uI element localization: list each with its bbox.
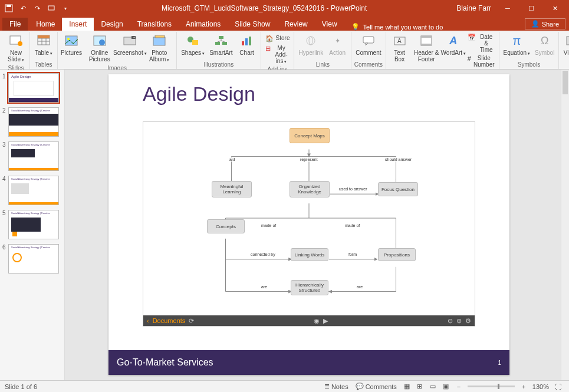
action-button[interactable]: ✦Action	[325, 32, 349, 57]
equation-button[interactable]: πEquation	[501, 32, 532, 58]
online-pictures-button[interactable]: Online Pictures	[83, 32, 116, 64]
store-button[interactable]: 🏠Store	[263, 34, 292, 43]
minimize-button[interactable]: ─	[496, 0, 519, 17]
lucid-breadcrumb[interactable]: Documents	[153, 317, 186, 324]
node-concepts[interactable]: Concepts	[207, 219, 245, 233]
normal-view-button[interactable]: ▦	[400, 383, 413, 390]
fit-to-window-button[interactable]: ⛶	[551, 383, 564, 390]
tab-file[interactable]: File	[2, 18, 28, 31]
notes-label: Notes	[331, 383, 348, 390]
hyperlink-button[interactable]: Hyperlink	[296, 32, 325, 57]
back-icon[interactable]: ‹	[147, 317, 149, 324]
settings-icon[interactable]: ⚙	[465, 317, 471, 325]
qat-dropdown[interactable]: ▾	[59, 2, 72, 15]
edge-used-to-answer: used to answer	[338, 187, 368, 191]
tab-transitions[interactable]: Transitions	[130, 18, 179, 31]
node-meaningful-learning[interactable]: Meaningful Learning	[212, 181, 252, 197]
tab-review[interactable]: Review	[277, 18, 314, 31]
refresh-icon[interactable]: ⟳	[189, 317, 194, 325]
zoom-out-icon[interactable]: ⊖	[448, 317, 453, 325]
edge-represent: represent	[299, 157, 319, 162]
zoom-in-button[interactable]: +	[517, 383, 530, 390]
undo-button[interactable]: ↶	[17, 2, 29, 15]
slide-number-button[interactable]: #Slide Number	[465, 54, 497, 68]
text-box-label: Text Box	[390, 50, 409, 62]
slideshow-view-button[interactable]: ▣	[439, 383, 452, 390]
node-organized-knowledge[interactable]: Organized Knowledge	[290, 181, 330, 197]
tab-insert[interactable]: Insert	[62, 18, 94, 31]
user-name[interactable]: Blaine Farr	[456, 4, 491, 12]
svg-rect-38	[421, 36, 432, 38]
scrollbar-thumb[interactable]	[563, 71, 568, 94]
new-slide-button[interactable]: New Slide	[4, 32, 28, 64]
slide-thumb-6[interactable]: Social Advertising Strategy | Creative	[8, 244, 59, 274]
start-from-beginning-button[interactable]	[45, 2, 58, 15]
slide-thumb-2[interactable]: Social Advertising Strategy | Creative	[8, 107, 59, 137]
header-footer-button[interactable]: Header & Footer	[412, 32, 442, 64]
group-links: Hyperlink ✦Action Links	[294, 32, 351, 69]
svg-rect-30	[249, 37, 251, 45]
play-icon[interactable]: ▶	[323, 317, 328, 325]
close-button[interactable]: ✕	[543, 0, 567, 17]
save-button[interactable]	[2, 2, 15, 15]
slide-sorter-button[interactable]: ⊞	[413, 383, 426, 390]
vertical-scrollbar[interactable]	[561, 70, 569, 380]
node-concept-maps[interactable]: Concept Maps	[290, 128, 330, 143]
table-button[interactable]: Table	[32, 32, 55, 58]
tell-me-label: Tell me what you want to do	[363, 24, 443, 31]
slide-editor[interactable]: Agile Design Concept M	[65, 70, 569, 380]
pictures-button[interactable]: Pictures	[60, 32, 83, 57]
zoom-in-icon[interactable]: ⊕	[456, 317, 462, 325]
notes-button[interactable]: ≣Notes	[321, 383, 352, 390]
comment-button[interactable]: Comment	[353, 32, 383, 57]
text-box-button[interactable]: AText Box	[388, 32, 412, 64]
slide-title[interactable]: Agile Design	[143, 83, 255, 106]
symbol-button[interactable]: ΩSymbol	[532, 32, 557, 57]
node-hierarchically-structured[interactable]: Hierarchically Structured	[291, 280, 328, 295]
titlebar: ↶ ↷ ▾ Microsoft_GTM_LucidSoftware_Strate…	[0, 0, 569, 17]
slide-number-label: Slide Number	[473, 55, 495, 68]
footer-text[interactable]: Go-To-Market Services	[117, 357, 213, 368]
redo-button[interactable]: ↷	[31, 2, 44, 15]
chart-button[interactable]: Chart	[235, 32, 259, 57]
node-linking-words[interactable]: Linking Words	[291, 248, 328, 261]
zoom-out-button[interactable]: −	[452, 383, 465, 390]
wordart-button[interactable]: AWordArt	[442, 32, 465, 58]
notes-icon: ≣	[324, 383, 330, 390]
photo-album-button[interactable]: Photo Album	[144, 32, 175, 64]
my-addins-button[interactable]: ⊞My Add-ins	[263, 44, 292, 65]
slide-thumb-5[interactable]: Social Advertising Strategy | Creative	[8, 210, 59, 239]
zoom-slider[interactable]	[468, 386, 515, 387]
status-bar: Slide 1 of 6 ≣Notes 💬Comments ▦ ⊞ ▭ ▣ − …	[0, 380, 569, 392]
tab-home[interactable]: Home	[29, 18, 62, 31]
date-time-button[interactable]: 📅Date & Time	[465, 33, 497, 54]
zoom-level[interactable]: 130%	[532, 383, 549, 390]
comments-button[interactable]: 💬Comments	[352, 383, 400, 390]
lucid-diagram[interactable]: Concept Maps Meaningful Learning Organiz…	[143, 121, 475, 327]
slide-thumb-1[interactable]: Agile Design	[8, 73, 59, 103]
svg-text:+: +	[133, 35, 135, 39]
node-focus-question[interactable]: Focus Question	[378, 182, 418, 196]
node-propositions[interactable]: Propositions	[378, 248, 416, 261]
ribbon: New Slide Slides Table Tables Pictures O…	[0, 31, 569, 70]
video-button[interactable]: Video	[561, 32, 569, 58]
group-tables: Table Tables	[30, 32, 58, 69]
shapes-button[interactable]: Shapes	[179, 32, 207, 58]
reading-view-button[interactable]: ▭	[426, 383, 439, 390]
slide-thumb-3[interactable]: Social Advertising Strategy | Creative	[8, 141, 59, 171]
share-icon: 👤	[531, 20, 540, 28]
share-button[interactable]: 👤 Share	[525, 18, 565, 29]
screenshot-button[interactable]: +Screenshot	[116, 32, 144, 58]
tab-view[interactable]: View	[315, 18, 344, 31]
tab-animations[interactable]: Animations	[179, 18, 228, 31]
slide-thumb-4[interactable]: Social Advertising Strategy | Creative	[8, 176, 59, 205]
tab-design[interactable]: Design	[94, 18, 130, 31]
smartart-button[interactable]: SmartArt	[207, 32, 235, 57]
slide-counter[interactable]: Slide 1 of 6	[5, 383, 37, 390]
slide-canvas[interactable]: Agile Design Concept M	[108, 74, 509, 375]
store-label: Store	[276, 35, 290, 41]
tab-slideshow[interactable]: Slide Show	[228, 18, 277, 31]
tell-me-search[interactable]: 💡 Tell me what you want to do	[344, 23, 525, 31]
prev-icon[interactable]: ◉	[314, 317, 320, 325]
maximize-button[interactable]: ☐	[519, 0, 543, 17]
